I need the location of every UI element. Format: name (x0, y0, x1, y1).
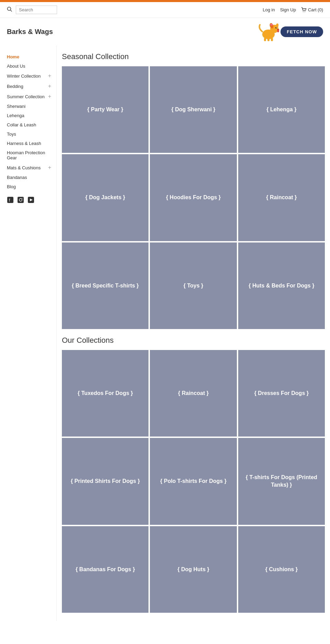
grid-card[interactable]: { Raincoat } (150, 350, 236, 437)
grid-card-label: { Cushions } (265, 566, 298, 573)
grid-card[interactable]: { Printed Shirts For Dogs } (62, 438, 148, 524)
grid-row: { Printed Shirts For Dogs }{ Polo T-shir… (62, 438, 325, 524)
sidebar: HomeAbout UsWinter Collection+Bedding+Su… (0, 45, 57, 621)
svg-point-2 (303, 11, 304, 12)
sidebar-item-label: Toys (7, 132, 16, 137)
grid-row: { Bandanas For Dogs }{ Dog Huts }{ Cushi… (62, 526, 325, 613)
sidebar-item-collar---leash[interactable]: Collar & Leash (7, 120, 51, 129)
sidebar-item-blog[interactable]: Blog (7, 182, 51, 191)
sidebar-item-sherwani[interactable]: Sherwani (7, 102, 51, 111)
signup-link[interactable]: Sign Up (280, 7, 296, 12)
search-icon[interactable] (7, 7, 12, 13)
grid-card-label: { Lehenga } (266, 106, 296, 113)
grid-card-label: { Dog Sherwani } (171, 106, 215, 113)
grid-card[interactable]: { Breed Specific T-shirts } (62, 242, 148, 329)
grid-card[interactable]: { Bandanas For Dogs } (62, 526, 148, 613)
expand-icon[interactable]: + (48, 83, 51, 89)
search-input[interactable] (16, 5, 57, 14)
our-collections: Our Collections { Tuxedos For Dogs }{ Ra… (62, 336, 325, 613)
grid-row: { Party Wear }{ Dog Sherwani }{ Lehenga … (62, 66, 325, 153)
expand-icon[interactable]: + (48, 165, 51, 171)
grid-card-label: { Hoodies For Dogs } (166, 194, 221, 201)
main-layout: HomeAbout UsWinter Collection+Bedding+Su… (0, 45, 330, 628)
sidebar-item-toys[interactable]: Toys (7, 129, 51, 139)
grid-card-label: { T-shirts For Dogs (Printed Tanks) } (242, 474, 321, 489)
expand-icon[interactable]: + (48, 73, 51, 79)
grid-card-label: { Tuxedos For Dogs } (78, 389, 133, 397)
expand-icon[interactable]: + (48, 93, 51, 100)
grid-card[interactable]: { Dog Sherwani } (150, 66, 236, 153)
svg-point-9 (276, 27, 277, 28)
sidebar-item-label: Harness & Leash (7, 141, 41, 146)
fetch-now-button[interactable]: FETCH NOW (280, 26, 323, 37)
sidebar-item-winter-collection[interactable]: Winter Collection+ (7, 71, 51, 81)
sidebar-item-label: Bedding (7, 84, 23, 89)
grid-card[interactable]: { Dog Jackets } (62, 154, 148, 241)
grid-card[interactable]: { Polo T-shirts For Dogs } (150, 438, 236, 524)
login-link[interactable]: Log in (263, 7, 275, 12)
grid-card-label: { Breed Specific T-shirts } (72, 282, 139, 290)
sidebar-item-harness---leash[interactable]: Harness & Leash (7, 139, 51, 148)
sidebar-item-bedding[interactable]: Bedding+ (7, 81, 51, 91)
header: Log in Sign Up Cart (0) (0, 2, 330, 18)
sidebar-item-label: Summer Collection (7, 94, 45, 99)
grid-card-label: { Polo T-shirts For Dogs } (160, 477, 227, 485)
grid-card[interactable]: { Huts & Beds For Dogs } (238, 242, 325, 329)
sidebar-item-home[interactable]: Home (7, 52, 51, 61)
grid-card[interactable]: { Dresses For Dogs } (238, 350, 325, 437)
grid-card[interactable]: { Toys } (150, 242, 236, 329)
facebook-icon[interactable]: f (7, 196, 14, 203)
grid-card-label: { Dog Jackets } (85, 194, 125, 201)
svg-point-15 (270, 24, 273, 25)
sidebar-item-about-us[interactable]: About Us (7, 61, 51, 71)
grid-card[interactable]: { T-shirts For Dogs (Printed Tanks) } (238, 438, 325, 524)
header-left (7, 5, 57, 14)
svg-point-11 (277, 30, 279, 32)
grid-card[interactable]: { Dog Huts } (150, 526, 236, 613)
svg-rect-16 (7, 197, 13, 203)
grid-card-label: { Dresses For Dogs } (254, 389, 309, 397)
svg-point-20 (22, 198, 23, 199)
grid-card[interactable]: { Tuxedos For Dogs } (62, 350, 148, 437)
svg-rect-13 (267, 38, 270, 41)
youtube-icon[interactable] (28, 196, 34, 203)
grid-card-label: { Dog Huts } (177, 566, 209, 573)
brand-logo[interactable]: Barks & Wags (7, 28, 53, 36)
sidebar-item-hooman-protection-gear[interactable]: Hooman Protection Gear (7, 148, 51, 162)
sidebar-item-label: Hooman Protection Gear (7, 150, 51, 160)
sidebar-item-bandanas[interactable]: Bandanas (7, 173, 51, 182)
sidebar-item-label: Sherwani (7, 104, 25, 109)
grid-card[interactable]: { Party Wear } (62, 66, 148, 153)
grid-card-label: { Raincoat } (266, 194, 297, 201)
svg-rect-12 (264, 38, 266, 41)
grid-row: { Breed Specific T-shirts }{ Toys }{ Hut… (62, 242, 325, 329)
svg-line-1 (11, 10, 12, 12)
instagram-icon[interactable] (17, 196, 24, 203)
grid-card[interactable]: { Hoodies For Dogs } (150, 154, 236, 241)
sidebar-item-label: Home (7, 54, 19, 59)
sidebar-item-label: About Us (7, 64, 25, 69)
cart-label: Cart (0) (308, 7, 323, 12)
seasonal-title: Seasonal Collection (62, 52, 325, 61)
sidebar-item-label: Collar & Leash (7, 122, 36, 127)
grid-row: { Dog Jackets }{ Hoodies For Dogs }{ Rai… (62, 154, 325, 241)
svg-point-3 (305, 11, 305, 12)
svg-point-0 (8, 7, 11, 11)
grid-row: { Tuxedos For Dogs }{ Raincoat }{ Dresse… (62, 350, 325, 437)
sidebar-item-summer-collection[interactable]: Summer Collection+ (7, 91, 51, 102)
grid-card-label: { Party Wear } (87, 106, 123, 113)
sidebar-item-lehenga[interactable]: Lehenga (7, 111, 51, 120)
grid-card-label: { Toys } (184, 282, 204, 290)
header-right: Log in Sign Up Cart (0) (263, 7, 323, 13)
grid-card[interactable]: { Lehenga } (238, 66, 325, 153)
svg-point-8 (275, 27, 277, 29)
svg-rect-18 (18, 197, 24, 203)
grid-card[interactable]: { Raincoat } (238, 154, 325, 241)
sidebar-item-mats---cushions[interactable]: Mats & Cushions+ (7, 162, 51, 173)
content: Seasonal Collection { Party Wear }{ Dog … (57, 45, 330, 621)
fetch-area: FETCH NOW (256, 21, 323, 42)
social-icons: f (7, 196, 51, 203)
cart-button[interactable]: Cart (0) (301, 7, 323, 13)
grid-card-label: { Printed Shirts For Dogs } (71, 477, 140, 485)
grid-card[interactable]: { Cushions } (238, 526, 325, 613)
